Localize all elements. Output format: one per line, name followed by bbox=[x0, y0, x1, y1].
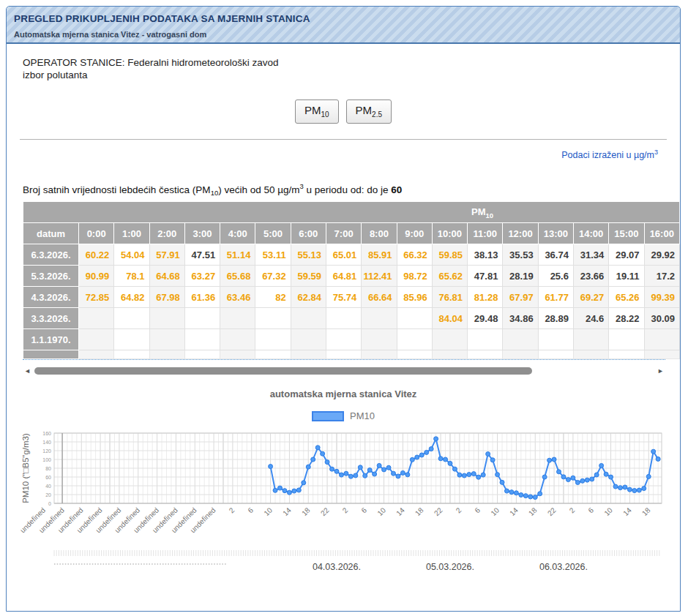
value-cell: 47.51 bbox=[184, 244, 220, 266]
svg-text:20: 20 bbox=[45, 492, 51, 497]
value-cell bbox=[184, 308, 220, 329]
svg-text:120: 120 bbox=[42, 448, 51, 454]
value-cell bbox=[362, 329, 397, 350]
svg-text:100: 100 bbox=[42, 457, 51, 462]
pollutant-select-label: izbor polutanta bbox=[23, 70, 680, 80]
value-cell: 59.85 bbox=[432, 244, 467, 266]
value-cell bbox=[220, 308, 255, 329]
column-header: 14:00 bbox=[573, 223, 608, 244]
value-cell: 61.77 bbox=[538, 287, 573, 308]
value-cell: 64.82 bbox=[114, 287, 149, 308]
data-table-wrap: PM10datum0:001:002:003:004:005:006:007:0… bbox=[23, 201, 665, 360]
value-cell bbox=[149, 308, 184, 329]
svg-text:14: 14 bbox=[395, 506, 406, 518]
svg-text:140: 140 bbox=[42, 440, 51, 445]
value-cell: 76.81 bbox=[432, 287, 467, 308]
svg-text:22: 22 bbox=[546, 506, 558, 518]
value-cell bbox=[468, 350, 503, 359]
column-header: 11:00 bbox=[468, 223, 503, 244]
table-row: 3.3.2026.84.0429.4834.8628.8924.628.2230… bbox=[23, 308, 680, 329]
value-cell: 64.81 bbox=[326, 266, 361, 287]
value-cell: 64.68 bbox=[149, 266, 184, 287]
value-cell: 99.39 bbox=[644, 287, 680, 308]
pm10-group-header: PM10 bbox=[23, 202, 680, 223]
svg-text:14: 14 bbox=[621, 506, 633, 518]
value-cell bbox=[79, 329, 114, 350]
value-cell: 29.92 bbox=[644, 244, 680, 266]
column-header: 5:00 bbox=[255, 223, 291, 244]
svg-text:10: 10 bbox=[489, 506, 501, 518]
value-cell: 60.22 bbox=[79, 244, 114, 266]
table-horizontal-scrollbar[interactable]: ◄ ► bbox=[23, 366, 665, 377]
value-cell: 53.11 bbox=[255, 244, 291, 266]
pm10-button-label: PM bbox=[304, 104, 321, 116]
value-cell: 29.48 bbox=[468, 308, 503, 329]
hour-tick-band bbox=[54, 550, 659, 556]
value-cell: 85.96 bbox=[397, 287, 432, 308]
legend-swatch-icon bbox=[312, 411, 344, 421]
svg-text:2: 2 bbox=[341, 506, 350, 515]
value-cell: 112.41 bbox=[362, 266, 397, 287]
value-cell bbox=[503, 329, 538, 350]
value-cell: 62.84 bbox=[291, 287, 326, 308]
value-cell bbox=[538, 350, 573, 359]
table-row: 1.1.1970. bbox=[23, 329, 680, 350]
column-header: 4:00 bbox=[220, 223, 255, 244]
value-cell: 38.13 bbox=[468, 244, 503, 266]
value-cell bbox=[220, 329, 255, 350]
column-header: 3:00 bbox=[184, 223, 220, 244]
chart-legend: PM10 bbox=[7, 410, 680, 421]
value-cell: 55.13 bbox=[291, 244, 326, 266]
value-cell bbox=[503, 350, 538, 359]
date-cell: 1.1.1970. bbox=[23, 329, 79, 350]
svg-text:2: 2 bbox=[568, 506, 577, 515]
value-cell bbox=[573, 329, 608, 350]
value-cell bbox=[432, 329, 467, 350]
value-cell bbox=[149, 329, 184, 350]
pm25-button-subscript: 2.5 bbox=[372, 110, 382, 119]
svg-text:05.03.2026.: 05.03.2026. bbox=[426, 562, 474, 572]
scroll-left-arrow-icon[interactable]: ◄ bbox=[24, 367, 31, 376]
value-cell bbox=[644, 329, 680, 350]
panel-content: OPERATOR STANICE: Federalni hidrometeoro… bbox=[7, 57, 680, 593]
page: PREGLED PRIKUPLJENIH PODATAKA SA MJERNIH… bbox=[0, 0, 688, 616]
svg-text:14: 14 bbox=[508, 506, 520, 518]
x-axis-tick-labels: undefinedundefinedundefinedundefinedunde… bbox=[18, 506, 652, 535]
svg-text:18: 18 bbox=[527, 506, 539, 518]
value-cell: 59.59 bbox=[291, 266, 326, 287]
pm25-button[interactable]: PM2.5 bbox=[346, 99, 392, 124]
svg-text:10: 10 bbox=[602, 506, 614, 518]
table-caption: Broj satnih vrijednosti lebdećih čestica… bbox=[23, 182, 680, 197]
date-cell: 4.3.2026. bbox=[23, 287, 79, 308]
value-cell: 66.64 bbox=[362, 287, 397, 308]
caption-part1: Broj satnih vrijednosti lebdećih čestica… bbox=[23, 184, 211, 195]
value-cell bbox=[538, 329, 573, 350]
table-row: 6.3.2026.60.2254.0457.9147.5151.1453.115… bbox=[23, 244, 680, 266]
svg-text:18: 18 bbox=[640, 506, 652, 518]
hourly-values-table: PM10datum0:001:002:003:004:005:006:007:0… bbox=[23, 201, 680, 359]
value-cell bbox=[114, 350, 149, 359]
pm25-button-label: PM bbox=[356, 104, 373, 116]
value-cell bbox=[362, 308, 397, 329]
exceedance-count: 60 bbox=[391, 184, 402, 195]
value-cell: 35.53 bbox=[503, 244, 538, 266]
value-cell: 66.32 bbox=[397, 244, 432, 266]
value-cell: 63.27 bbox=[184, 266, 220, 287]
pm10-button[interactable]: PM10 bbox=[295, 99, 339, 124]
value-cell: 82 bbox=[255, 287, 291, 308]
scroll-right-arrow-icon[interactable]: ► bbox=[657, 367, 664, 376]
svg-text:6: 6 bbox=[359, 506, 368, 515]
value-cell bbox=[114, 329, 149, 350]
value-cell: 29.07 bbox=[609, 244, 644, 266]
value-cell: 28.19 bbox=[503, 266, 538, 287]
date-cell: 3.3.2026. bbox=[23, 308, 79, 329]
svg-text:60: 60 bbox=[45, 475, 51, 480]
date-cell bbox=[23, 350, 79, 359]
value-cell: 47.81 bbox=[468, 266, 503, 287]
scrollbar-thumb[interactable] bbox=[34, 367, 532, 375]
column-header: 7:00 bbox=[326, 223, 361, 244]
y-axis-title: PM10 ("□B5"g/m3) bbox=[21, 433, 30, 503]
svg-text:2: 2 bbox=[228, 506, 236, 515]
date-cell: 5.3.2026. bbox=[23, 266, 79, 287]
value-cell: 19.11 bbox=[609, 266, 644, 287]
